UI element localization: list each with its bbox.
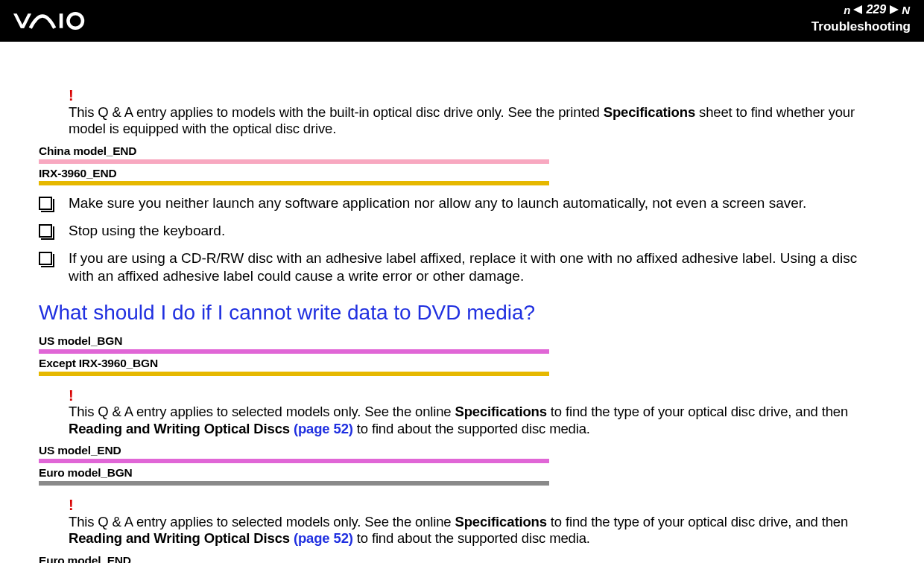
list-item: Stop using the keyboard.: [39, 222, 885, 241]
model-tag-bar: [39, 349, 549, 354]
model-tag-label: Euro model_END: [39, 553, 885, 563]
vaio-logo-icon: [13, 11, 110, 31]
list-item: If you are using a CD-R/RW disc with an …: [39, 249, 885, 286]
note1-t1: This Q & A entry applies to models with …: [69, 104, 604, 120]
model-tag: Euro model_BGN: [39, 465, 885, 486]
list-item-text: Stop using the keyboard.: [69, 222, 885, 241]
model-tag: Except IRX-3960_BGN: [39, 356, 885, 376]
model-tag-bar: [39, 372, 549, 376]
nav-n-left[interactable]: n: [844, 4, 850, 16]
model-tag-label: Except IRX-3960_BGN: [39, 356, 885, 371]
model-tag-bar: [39, 159, 549, 164]
note2-rw: Reading and Writing Optical Discs: [69, 421, 294, 436]
model-tag: IRX-3960_END: [39, 166, 885, 186]
bullet-list: Make sure you neither launch any softwar…: [39, 194, 885, 286]
page-number: 229: [866, 3, 886, 16]
note-text-1: This Q & A entry applies to models with …: [69, 104, 885, 138]
header-bar: n 229 N Troubleshooting: [0, 0, 924, 42]
model-tag-label: US model_BGN: [39, 334, 885, 349]
note3-t2: to find the type of your optical disc dr…: [547, 514, 848, 529]
svg-point-1: [68, 13, 83, 28]
question-heading: What should I do if I cannot write data …: [39, 299, 885, 326]
note3-t1: This Q & A entry applies to selected mod…: [69, 514, 455, 529]
warning-icon: !: [69, 86, 885, 106]
note3-rw: Reading and Writing Optical Discs: [69, 530, 294, 546]
page-nav: n 229 N: [843, 3, 911, 16]
list-item-text: Make sure you neither launch any softwar…: [69, 194, 885, 213]
note2-t3: to find about the supported disc media.: [353, 421, 590, 436]
page-body: ! This Q & A entry applies to models wit…: [0, 42, 924, 563]
note3-t3: to find about the supported disc media.: [353, 530, 590, 546]
svg-rect-0: [60, 13, 63, 28]
note2-spec: Specifications: [455, 404, 547, 419]
bullet-icon: [39, 252, 52, 265]
warning-icon: !: [69, 387, 885, 406]
note2-t2: to find the type of your optical disc dr…: [547, 404, 848, 419]
model-tag: China model_END: [39, 144, 885, 164]
model-tag-bar: [39, 459, 549, 463]
list-item-text: If you are using a CD-R/RW disc with an …: [69, 249, 885, 286]
section-title: Troubleshooting: [811, 19, 911, 34]
nav-prev-icon[interactable]: [853, 5, 862, 14]
model-tag-label: Euro model_BGN: [39, 465, 885, 480]
model-tag: US model_BGN: [39, 334, 885, 354]
note3-spec: Specifications: [455, 514, 547, 529]
model-tag-bar: [39, 481, 549, 486]
model-tag-label: IRX-3960_END: [39, 166, 885, 181]
nav-next-icon[interactable]: [890, 5, 899, 14]
note-text-2: This Q & A entry applies to selected mod…: [69, 404, 885, 437]
note1-spec: Specifications: [604, 104, 695, 120]
note2-t1: This Q & A entry applies to selected mod…: [69, 404, 455, 419]
model-tag-label: US model_END: [39, 443, 885, 458]
model-tag-label: China model_END: [39, 144, 885, 159]
model-tag: US model_END: [39, 443, 885, 463]
model-tag-bar: [39, 181, 549, 185]
bullet-icon: [39, 197, 52, 210]
model-tag: Euro model_END: [39, 553, 885, 563]
nav-n-right[interactable]: N: [902, 4, 910, 16]
list-item: Make sure you neither launch any softwar…: [39, 194, 885, 213]
bullet-icon: [39, 224, 52, 238]
note-text-3: This Q & A entry applies to selected mod…: [69, 514, 885, 547]
note2-page-link[interactable]: (page 52): [294, 421, 353, 436]
warning-icon: !: [69, 496, 885, 515]
note3-page-link[interactable]: (page 52): [294, 530, 353, 546]
